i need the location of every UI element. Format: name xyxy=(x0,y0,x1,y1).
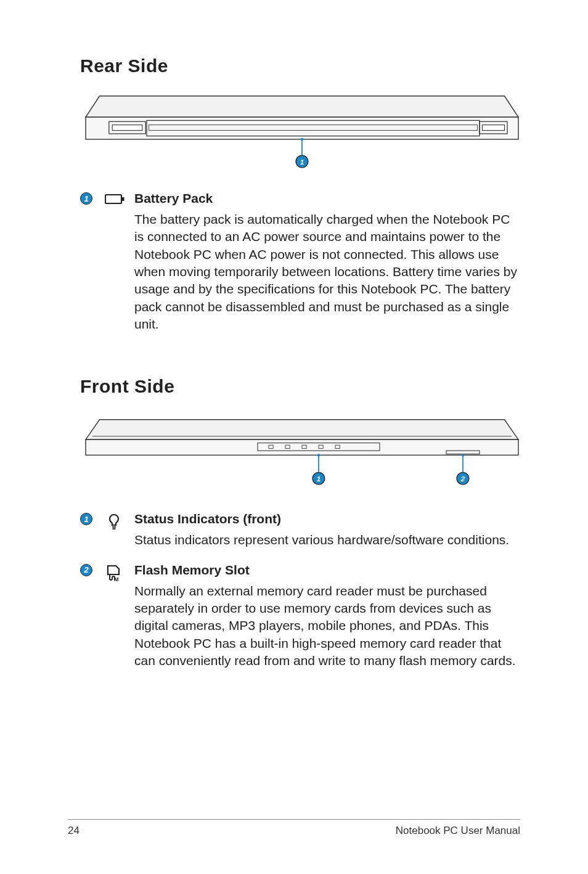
flash-memory-body: Normally an external memory card reader … xyxy=(134,582,520,670)
laptop-rear-svg: 1 xyxy=(80,95,524,176)
page-number: 24 xyxy=(68,825,80,837)
flash-memory-slot-icon: M xyxy=(105,563,134,670)
battery-pack-body: The battery pack is automatically charge… xyxy=(134,211,520,333)
number-badge-2: 2 xyxy=(80,564,92,576)
svg-marker-0 xyxy=(86,96,518,117)
number-badge-1b: 1 xyxy=(80,513,92,525)
status-indicators-title: Status Indicators (front) xyxy=(134,512,520,526)
svg-text:M: M xyxy=(114,576,119,582)
svg-point-9 xyxy=(301,138,304,141)
svg-marker-14 xyxy=(86,420,518,439)
svg-rect-12 xyxy=(105,195,121,203)
front-side-heading: Front Side xyxy=(80,376,520,397)
battery-pack-icon xyxy=(105,191,134,333)
callout-1b: 1 xyxy=(80,512,105,549)
svg-point-25 xyxy=(317,454,321,457)
svg-rect-13 xyxy=(122,197,125,201)
callout-1: 1 xyxy=(80,191,105,333)
page-footer: 24 Notebook PC User Manual xyxy=(68,819,520,837)
svg-point-29 xyxy=(462,454,465,457)
rear-side-heading: Rear Side xyxy=(80,55,520,76)
laptop-front-svg: 1 2 xyxy=(80,419,524,496)
callout-2: 2 xyxy=(80,563,105,670)
status-indicators-body: Status indicators represent various hard… xyxy=(134,531,520,549)
svg-rect-7 xyxy=(483,125,505,131)
number-badge-1: 1 xyxy=(80,192,92,205)
svg-text:1: 1 xyxy=(317,475,321,483)
manual-title: Notebook PC User Manual xyxy=(396,825,520,837)
rear-side-diagram: 1 xyxy=(80,95,476,178)
svg-rect-3 xyxy=(112,125,142,131)
svg-text:2: 2 xyxy=(460,475,465,483)
status-indicators-icon xyxy=(105,512,134,549)
flash-memory-title: Flash Memory Slot xyxy=(134,563,520,578)
page-content: Rear Side 1 1 xyxy=(0,0,588,694)
battery-pack-title: Battery Pack xyxy=(134,191,520,206)
rear-item-1: 1 Battery Pack The battery pack is autom… xyxy=(80,191,520,333)
front-item-2: 2 M Flash Memory Slot Normally an extern… xyxy=(80,563,520,670)
svg-text:1: 1 xyxy=(300,158,304,166)
front-side-diagram: 1 2 xyxy=(80,419,476,499)
front-item-1: 1 Status Indicators (front) Status indic… xyxy=(80,512,520,549)
